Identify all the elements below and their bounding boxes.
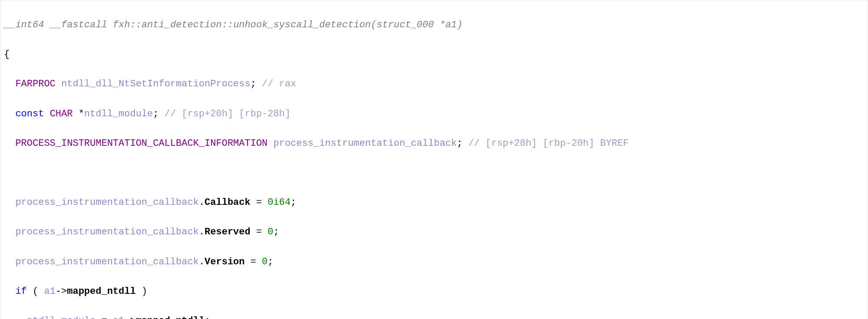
decl-line-1: FARPROC ntdll_dll_NtSetInformationProces… xyxy=(4,77,864,92)
stmt-version: process_instrumentation_callback.Version… xyxy=(4,255,864,270)
stmt-reserved: process_instrumentation_callback.Reserve… xyxy=(4,225,864,240)
if-line: if ( a1->mapped_ntdll ) xyxy=(4,284,864,299)
then-line: ntdll_module = a1->mapped_ntdll; xyxy=(4,314,864,319)
blank-line xyxy=(4,166,864,181)
decl-line-2: const CHAR *ntdll_module; // [rsp+20h] [… xyxy=(4,107,864,122)
signature-line: __int64 __fastcall fxh::anti_detection::… xyxy=(4,18,864,33)
stmt-callback: process_instrumentation_callback.Callbac… xyxy=(4,195,864,210)
decl-line-3: PROCESS_INSTRUMENTATION_CALLBACK_INFORMA… xyxy=(4,136,864,151)
decompiled-code-block: __int64 __fastcall fxh::anti_detection::… xyxy=(0,0,868,319)
brace-open: { xyxy=(4,47,864,62)
